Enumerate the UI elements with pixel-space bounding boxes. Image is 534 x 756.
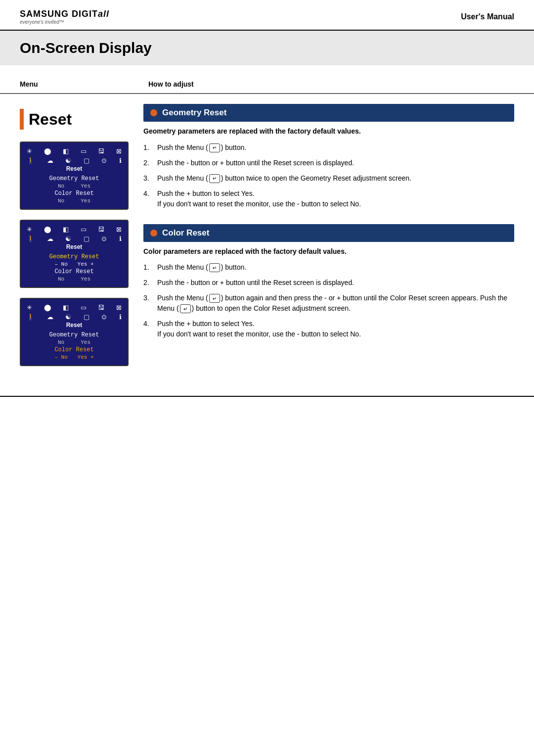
menu-icon-5: ↵ <box>180 304 191 313</box>
column-headers: Menu How to adjust <box>0 75 534 94</box>
osd-screen1-geom-reset: Geometry Reset <box>25 175 124 182</box>
logo-text: SAMSUNG DIGITall <box>20 9 109 19</box>
osd3-icon-clock: ⊙ <box>101 313 107 321</box>
osd-icon-clock: ⊙ <box>101 157 107 164</box>
geometry-step-1: 1. Push the Menu (↵) button. <box>143 142 514 153</box>
color-step2-num: 2. <box>143 278 153 288</box>
osd2-icon-clock: ⊙ <box>101 235 107 242</box>
color-reset-description: Color parameters are replaced with the f… <box>143 247 514 257</box>
osd-screen3-geom-reset: Geometry Reset <box>25 331 124 338</box>
color-reset-steps: 1. Push the Menu (↵) button. 2. Push the… <box>143 262 514 339</box>
color-step3-text: Push the Menu (↵) button again and then … <box>157 293 514 314</box>
osd-screen-3: ✳ ⬤ ◧ ▭ 🖫 ⊠ 🚶 ☁ ☯ ▢ ⊙ ℹ Reset Geometry R… <box>20 298 129 366</box>
geometry-step-3: 3. Push the Menu (↵) button twice to ope… <box>143 173 514 184</box>
osd2-icon-cloud: ☁ <box>47 235 53 242</box>
osd-icon-info: ℹ <box>119 157 122 164</box>
osd-icon-save: 🖫 <box>98 147 104 155</box>
osd-screen1-label: Reset <box>25 165 124 172</box>
osd3-icon-save: 🖫 <box>98 304 104 311</box>
osd3-icon-cloud: ☁ <box>47 313 53 321</box>
reset-heading-accent <box>20 109 24 130</box>
color-reset-header: Color Reset <box>143 224 514 242</box>
color-step-3: 3. Push the Menu (↵) button again and th… <box>143 293 514 314</box>
osd-screen1-color-reset: Color Reset <box>25 190 124 197</box>
logo-sub: everyone's invited™ <box>20 19 109 25</box>
geometry-reset-header: Geometry Reset <box>143 104 514 122</box>
osd-icon-screen: ▭ <box>81 147 87 155</box>
osd-screen2-label: Reset <box>25 243 124 250</box>
osd3-icon-info: ℹ <box>119 313 122 321</box>
osd3-icon-exit: ⊠ <box>116 304 122 311</box>
osd-icon-exit: ⊠ <box>116 147 122 155</box>
osd-icons-row1: ✳ ⬤ ◧ ▭ 🖫 ⊠ <box>25 146 124 156</box>
geometry-step4-num: 4. <box>143 189 153 209</box>
geometry-reset-description: Geometry parameters are replaced with th… <box>143 127 514 137</box>
osd-icon-circle: ⬤ <box>44 147 51 155</box>
osd-screen3-color-vals: – No Yes + <box>25 354 124 360</box>
osd-icons-row2-2: 🚶 ☁ ☯ ▢ ⊙ ℹ <box>25 234 124 243</box>
geometry-step1-text: Push the Menu (↵) button. <box>157 142 514 153</box>
color-step2-text: Push the - button or + button until the … <box>157 278 514 288</box>
geometry-step-2: 2. Push the - button or + button until t… <box>143 158 514 168</box>
osd-icons-row1-2: ✳ ⬤ ◧ ▭ 🖫 ⊠ <box>25 225 124 234</box>
osd3-icon-geometry: ◧ <box>63 304 69 311</box>
col-adjust-label: How to adjust <box>148 80 514 88</box>
osd3-icon-screen: ▭ <box>81 304 87 311</box>
osd-icon-settings: ☯ <box>65 157 71 164</box>
osd2-icon-circle: ⬤ <box>44 226 51 233</box>
geometry-reset-steps: 1. Push the Menu (↵) button. 2. Push the… <box>143 142 514 209</box>
osd3-icon-brightness: ✳ <box>27 304 32 311</box>
osd3-icon-settings: ☯ <box>65 313 71 321</box>
reset-heading-text: Reset <box>29 110 72 129</box>
osd3-icon-figure: 🚶 <box>27 313 35 321</box>
osd2-icon-settings: ☯ <box>65 235 71 242</box>
color-step1-text: Push the Menu (↵) button. <box>157 262 514 273</box>
color-step3-num: 3. <box>143 293 153 314</box>
osd2-icon-save: 🖫 <box>98 226 104 233</box>
color-step-2: 2. Push the - button or + button until t… <box>143 278 514 288</box>
geometry-step4-text: Push the + button to select Yes.If you d… <box>157 189 514 209</box>
osd2-icon-figure: 🚶 <box>27 235 35 242</box>
color-reset-title: Color Reset <box>162 228 209 238</box>
color-step4-num: 4. <box>143 319 153 339</box>
geometry-step1-num: 1. <box>143 142 153 153</box>
geometry-step3-text: Push the Menu (↵) button twice to open t… <box>157 173 514 184</box>
page-footer <box>0 396 534 407</box>
main-content: Reset ✳ ⬤ ◧ ▭ 🖫 ⊠ 🚶 ☁ ☯ ▢ ⊙ ℹ Reset Geom… <box>0 94 534 386</box>
menu-icon-1: ↵ <box>209 143 220 152</box>
osd-icon-geometry: ◧ <box>63 147 69 155</box>
osd3-icon-square: ▢ <box>84 313 89 321</box>
color-step1-num: 1. <box>143 262 153 273</box>
color-step-4: 4. Push the + button to select Yes.If yo… <box>143 319 514 339</box>
osd-screen1-geom-vals: No Yes <box>25 183 124 189</box>
menu-icon-4: ↵ <box>209 294 220 303</box>
osd-screen2-color-reset: Color Reset <box>25 268 124 275</box>
osd-icons-row2: 🚶 ☁ ☯ ▢ ⊙ ℹ <box>25 156 124 165</box>
osd-icon-cloud: ☁ <box>47 157 53 164</box>
col-menu-label: Menu <box>20 80 148 88</box>
logo: SAMSUNG DIGITall everyone's invited™ <box>20 9 109 25</box>
reset-heading: Reset <box>20 109 129 130</box>
geometry-reset-dot <box>150 109 157 116</box>
osd-icons-row1-3: ✳ ⬤ ◧ ▭ 🖫 ⊠ <box>25 303 124 312</box>
left-column: Reset ✳ ⬤ ◧ ▭ 🖫 ⊠ 🚶 ☁ ☯ ▢ ⊙ ℹ Reset Geom… <box>20 104 129 376</box>
osd-icons-row2-3: 🚶 ☁ ☯ ▢ ⊙ ℹ <box>25 312 124 322</box>
osd-screen-2: ✳ ⬤ ◧ ▭ 🖫 ⊠ 🚶 ☁ ☯ ▢ ⊙ ℹ Reset Geometry R… <box>20 220 129 288</box>
osd-screen-1: ✳ ⬤ ◧ ▭ 🖫 ⊠ 🚶 ☁ ☯ ▢ ⊙ ℹ Reset Geometry R… <box>20 142 129 210</box>
osd3-icon-circle: ⬤ <box>44 304 51 311</box>
osd-screen3-label: Reset <box>25 322 124 329</box>
osd2-icon-info: ℹ <box>119 235 122 242</box>
page-title-band: On-Screen Display <box>0 31 534 65</box>
osd-screen2-geom-reset: Geometry Reset <box>25 253 124 260</box>
osd-screen2-color-vals: No Yes <box>25 276 124 282</box>
page-title: On-Screen Display <box>20 40 514 56</box>
geometry-step2-num: 2. <box>143 158 153 168</box>
geometry-reset-title: Geometry Reset <box>162 108 226 118</box>
osd-screen1-color-vals: No Yes <box>25 198 124 204</box>
osd2-icon-brightness: ✳ <box>27 226 32 233</box>
color-reset-dot <box>150 230 157 236</box>
color-step4-text: Push the + button to select Yes.If you d… <box>157 319 514 339</box>
osd2-icon-exit: ⊠ <box>116 226 122 233</box>
osd-icon-brightness: ✳ <box>27 147 32 155</box>
right-column: Geometry Reset Geometry parameters are r… <box>143 104 514 376</box>
